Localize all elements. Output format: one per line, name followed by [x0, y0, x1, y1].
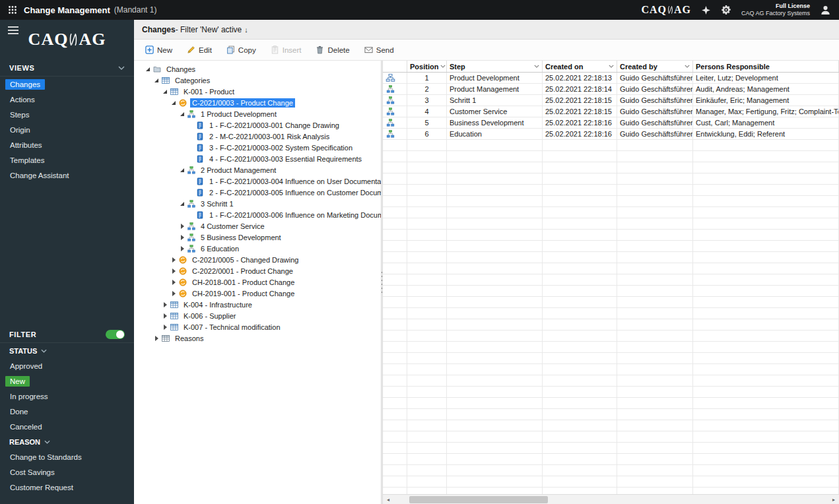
status-group-header[interactable]: STATUS [0, 343, 134, 358]
edit-button[interactable]: Edit [182, 43, 217, 57]
expand-arrow-icon[interactable] [180, 245, 186, 252]
collapse-arrow-icon[interactable] [180, 167, 186, 173]
sidebar-item-attributes[interactable]: Attributes [0, 137, 134, 152]
sidebar-item-done[interactable]: Done [0, 404, 134, 419]
hamburger-menu-icon[interactable] [8, 26, 18, 34]
sidebar-item-steps[interactable]: Steps [0, 107, 134, 122]
tree-item-2-f-c-2021-0003-005-influence-on-customer-documentation[interactable]: 2 - F-C-2021/0003-005 Influence on Custo… [134, 187, 381, 198]
collapse-arrow-icon[interactable] [171, 100, 178, 106]
tree-item-5-business-development[interactable]: 5 Business Development [134, 232, 381, 243]
tree-item-c-2021-0005-changed-drawing[interactable]: C-2021/0005 - Changed Drawing [134, 254, 381, 265]
scroll-left-arrow-icon[interactable]: ◂ [383, 495, 393, 504]
table-row[interactable]: 3Schritt 125.02.2021 22:18:15Guido Gesch… [383, 95, 839, 106]
send-button[interactable]: Send [360, 43, 399, 57]
column-header-created-by[interactable]: Created by [617, 61, 693, 72]
table-row[interactable]: 1Product Development25.02.2021 22:18:13G… [383, 73, 839, 84]
expand-arrow-icon[interactable] [171, 257, 178, 263]
horizontal-scrollbar[interactable]: ◂ ▸ [383, 494, 839, 504]
apps-grid-icon[interactable] [8, 5, 17, 15]
expand-arrow-icon[interactable] [171, 268, 178, 274]
settings-gear-icon[interactable] [721, 5, 731, 15]
tree-item-k-006-supplier[interactable]: K-006 - Supplier [134, 310, 381, 321]
collapse-arrow-icon[interactable] [145, 66, 152, 73]
expand-arrow-icon[interactable] [180, 234, 186, 241]
tree-item-c-2021-0003-product-change[interactable]: C-2021/0003 - Product Change [134, 97, 381, 108]
filter-toggle[interactable] [106, 330, 125, 339]
sidebar-item-actions[interactable]: Actions [0, 92, 134, 107]
tree-item-categories[interactable]: Categories [134, 75, 381, 86]
table-row[interactable]: 6Education25.02.2021 22:18:16Guido Gesch… [383, 129, 839, 140]
sidebar-item-canceled[interactable]: Canceled [0, 419, 134, 434]
tree-item-c-2022-0001-product-change[interactable]: C-2022/0001 - Product Change [134, 265, 381, 276]
collapse-arrow-icon[interactable] [154, 77, 160, 84]
views-section-header[interactable]: VIEWS [0, 59, 134, 77]
collapse-arrow-icon[interactable] [180, 111, 186, 117]
table-row[interactable]: 2Product Management25.02.2021 22:18:14Gu… [383, 84, 839, 95]
sidebar-item-customer-request[interactable]: Customer Request [0, 480, 134, 495]
tree-item-1-f-c-2021-0003-001-change-drawing[interactable]: 1 - F-C-2021/0003-001 Change Drawing [134, 119, 381, 131]
expand-arrow-icon[interactable] [162, 324, 169, 331]
sidebar-item-approved[interactable]: Approved [0, 358, 134, 373]
reason-group-header[interactable]: REASON [0, 434, 134, 449]
column-header-persons-responsible[interactable]: Persons Responsible [693, 61, 839, 72]
tree-item-2-product-management[interactable]: 2 Product Management [134, 164, 381, 175]
tree-item-1-product-development[interactable]: 1 Product Development [134, 108, 381, 119]
tree-item-changes[interactable]: Changes [134, 63, 381, 75]
tree-item-3-schritt-1[interactable]: 3 Schritt 1 [134, 198, 381, 209]
sidebar-item-changes[interactable]: Changes [0, 77, 134, 92]
created-on-cell [543, 353, 617, 363]
tree-item-reasons[interactable]: Reasons [134, 332, 381, 344]
expand-arrow-icon[interactable] [171, 290, 178, 297]
sidebar-item-change-to-standards[interactable]: Change to Standards [0, 449, 134, 464]
tree-item-1-f-c-2021-0003-004-influence-on-user-documentation[interactable]: 1 - F-C-2021/0003-004 Influence on User … [134, 175, 381, 187]
expand-arrow-icon[interactable] [162, 301, 169, 308]
column-header-created-on[interactable]: Created on [543, 61, 617, 72]
favorites-icon[interactable] [701, 5, 711, 15]
scroll-right-arrow-icon[interactable]: ▸ [828, 495, 839, 504]
tree-item-ch-2019-001-product-change[interactable]: CH-2019-001 - Product Change [134, 288, 381, 299]
tree-item-k-001-product[interactable]: K-001 - Product [134, 86, 381, 97]
column-filter-arrow-icon[interactable] [607, 65, 614, 68]
collapse-arrow-icon[interactable] [180, 201, 186, 207]
panel-splitter[interactable] [381, 61, 383, 504]
new-button[interactable]: New [141, 43, 177, 57]
sidebar-item-in-progress[interactable]: In progress [0, 389, 134, 404]
copy-button[interactable]: Copy [222, 43, 261, 57]
tree-item-4-customer-service[interactable]: 4 Customer Service [134, 220, 381, 232]
tree-item-k-004-infrastructure[interactable]: K-004 - Infrastructure [134, 299, 381, 310]
row-type-cell [383, 286, 407, 296]
scrollbar-thumb[interactable] [409, 496, 548, 503]
scrollbar-track[interactable] [393, 495, 828, 504]
column-filter-arrow-icon[interactable] [532, 65, 539, 68]
tree-item-3-f-c-2021-0003-002-system-specification[interactable]: 3 - F-C-2021/0003-002 System Specificati… [134, 142, 381, 153]
collapse-arrow-icon[interactable] [162, 88, 169, 95]
table-row[interactable]: 4Customer Service25.02.2021 22:18:15Guid… [383, 106, 839, 117]
tree-item-2-m-c-2021-0003-001-risk-analysis[interactable]: 2 - M-C-2021/0003-001 Risk Analysis [134, 131, 381, 142]
expand-arrow-icon[interactable] [154, 335, 160, 342]
column-filter-arrow-icon[interactable] [438, 65, 446, 68]
created-by-cell [617, 252, 693, 263]
tree-item-4-f-c-2021-0003-003-essential-requirements[interactable]: 4 - F-C-2021/0003-003 Essential Requirem… [134, 153, 381, 164]
table-empty-row [383, 151, 839, 162]
tree-item-label: K-001 - Product [182, 87, 236, 96]
document-icon [196, 133, 205, 141]
sidebar-item-cost-savings[interactable]: Cost Savings [0, 464, 134, 480]
tree-item-k-007-technical-modification[interactable]: K-007 - Technical modification [134, 321, 381, 332]
sidebar-item-change-assistant[interactable]: Change Assistant [0, 168, 134, 183]
sidebar-item-templates[interactable]: Templates [0, 152, 134, 168]
user-icon[interactable] [820, 5, 831, 16]
tree-item-1-f-c-2021-0003-006-influence-on-marketing-documentation[interactable]: 1 - F-C-2021/0003-006 Influence on Marke… [134, 209, 381, 220]
delete-button[interactable]: Delete [311, 43, 354, 57]
column-header-position[interactable]: Position [407, 61, 447, 72]
sidebar-item-origin[interactable]: Origin [0, 122, 134, 137]
table-row[interactable]: 5Business Development25.02.2021 22:18:16… [383, 117, 839, 129]
expand-arrow-icon[interactable] [180, 223, 186, 230]
column-header-icon[interactable] [383, 61, 407, 72]
expand-arrow-icon[interactable] [162, 313, 169, 319]
expand-arrow-icon[interactable] [171, 279, 178, 286]
tree-item-6-education[interactable]: 6 Education [134, 243, 381, 254]
tree-item-ch-2018-001-product-change[interactable]: CH-2018-001 - Product Change [134, 276, 381, 288]
column-header-step[interactable]: Step [447, 61, 543, 72]
column-filter-arrow-icon[interactable] [683, 65, 690, 68]
sidebar-item-new[interactable]: New [0, 373, 134, 389]
